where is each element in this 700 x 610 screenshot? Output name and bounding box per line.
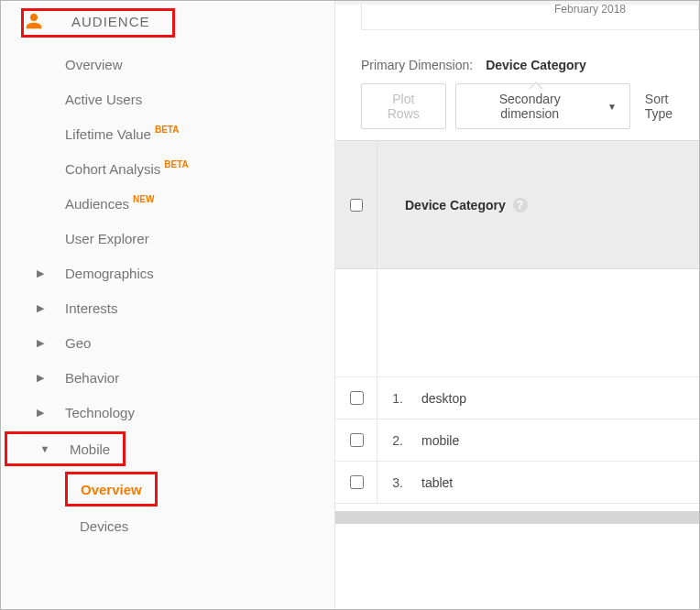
audience-icon: [24, 11, 44, 31]
chart-axis: February 2018: [361, 5, 699, 30]
new-badge: NEW: [133, 194, 154, 204]
content-pane: February 2018 Primary Dimension: Device …: [335, 1, 699, 609]
nav-item-user-explorer[interactable]: User Explorer: [1, 221, 334, 256]
primary-dimension-bar: Primary Dimension: Device Category: [361, 58, 699, 72]
row-value: tablet: [409, 475, 453, 490]
tab-pointer-icon: [529, 82, 543, 89]
nav-subitem-mobile-overview[interactable]: Overview: [65, 472, 158, 507]
primary-dimension-label: Primary Dimension:: [361, 58, 473, 72]
select-all-checkbox[interactable]: [350, 199, 363, 212]
caret-down-icon: ▼: [37, 443, 53, 454]
plot-rows-button[interactable]: Plot Rows: [361, 83, 446, 129]
nav-list: Overview Active Users Lifetime Value BET…: [1, 47, 334, 543]
app-frame: AUDIENCE Overview Active Users Lifetime …: [0, 0, 700, 610]
left-nav: AUDIENCE Overview Active Users Lifetime …: [1, 1, 335, 609]
row-checkbox[interactable]: [350, 433, 364, 447]
nav-item-behavior[interactable]: ▶ Behavior: [1, 360, 334, 395]
beta-badge: BETA: [164, 159, 188, 169]
nav-section-audience[interactable]: AUDIENCE: [21, 8, 175, 38]
nav-item-demographics[interactable]: ▶ Demographics: [1, 256, 334, 290]
nav-item-technology[interactable]: ▶ Technology: [1, 395, 334, 430]
select-all-cell[interactable]: [335, 141, 377, 268]
beta-badge: BETA: [155, 125, 179, 135]
table-row[interactable]: 1. desktop: [335, 377, 699, 419]
table-footer-bar: [335, 511, 699, 524]
primary-dimension-active[interactable]: Device Category: [486, 58, 586, 78]
nav-item-geo[interactable]: ▶ Geo: [1, 325, 334, 360]
table-header-row: Device Category ?: [335, 141, 699, 269]
caret-right-icon: ▶: [32, 267, 49, 279]
row-value: desktop: [409, 391, 466, 406]
help-icon[interactable]: ?: [513, 198, 528, 212]
nav-item-interests[interactable]: ▶ Interests: [1, 290, 334, 325]
nav-item-active-users[interactable]: Active Users: [1, 82, 334, 116]
nav-item-lifetime-value[interactable]: Lifetime Value BETA: [1, 116, 334, 151]
row-value: mobile: [409, 433, 459, 448]
controls-row: Plot Rows Secondary dimension ▼ Sort Typ…: [361, 83, 699, 129]
secondary-dimension-dropdown[interactable]: Secondary dimension ▼: [455, 83, 630, 129]
caret-right-icon: ▶: [32, 372, 49, 384]
table-header-device-category[interactable]: Device Category ?: [377, 141, 699, 268]
data-table: Device Category ? 1. desktop 2. mobile: [335, 140, 699, 609]
caret-right-icon: ▶: [32, 302, 49, 314]
table-row[interactable]: 2. mobile: [335, 419, 699, 462]
caret-right-icon: ▶: [32, 337, 49, 349]
nav-item-mobile[interactable]: ▼ Mobile: [5, 431, 126, 466]
nav-subitem-mobile-devices[interactable]: Devices: [1, 508, 334, 543]
chart-month-label: February 2018: [554, 3, 626, 16]
nav-section-label: AUDIENCE: [71, 14, 150, 29]
table-row[interactable]: 3. tablet: [335, 462, 699, 504]
nav-item-cohort-analysis[interactable]: Cohort Analysis BETA: [1, 151, 334, 186]
nav-item-overview[interactable]: Overview: [1, 47, 334, 82]
row-checkbox[interactable]: [350, 391, 364, 405]
nav-item-audiences[interactable]: Audiences NEW: [1, 186, 334, 221]
caret-right-icon: ▶: [32, 407, 49, 419]
sort-type-label: Sort Type: [645, 92, 699, 121]
caret-down-icon: ▼: [607, 102, 617, 112]
row-checkbox[interactable]: [350, 475, 364, 489]
table-summary-row: [335, 269, 699, 377]
